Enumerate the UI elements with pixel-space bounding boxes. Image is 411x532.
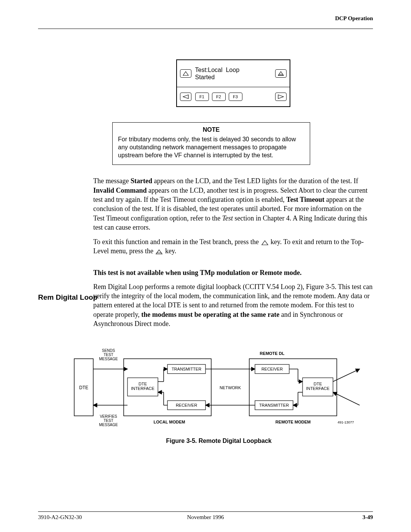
svg-text:TRANSMITTER: TRANSMITTER: [172, 367, 201, 371]
left-icon: [180, 93, 191, 101]
note-title: NOTE: [118, 126, 304, 133]
svg-text:REMOTE DL: REMOTE DL: [260, 351, 285, 356]
svg-text:REMOTE MODEM: REMOTE MODEM: [276, 420, 311, 424]
section-heading-rem-digital-loop: Rem Digital Loop: [38, 293, 97, 302]
home-key-icon: [156, 249, 162, 254]
svg-text:TRANSMITTER: TRANSMITTER: [259, 403, 289, 407]
figure-caption: Figure 3-5. Remote Digital Loopback: [70, 438, 367, 444]
svg-marker-4: [183, 95, 188, 99]
availability-note: This test is not available when using TM…: [93, 269, 373, 277]
f3-key: F3: [229, 93, 242, 101]
svg-text:DTEINTERFACE: DTEINTERFACE: [131, 382, 155, 391]
footer-date: November 1996: [38, 514, 373, 521]
svg-text:491-13077: 491-13077: [338, 420, 354, 424]
function-keys: F1 F2 F3: [195, 93, 271, 101]
svg-marker-7: [156, 250, 162, 254]
svg-marker-1: [278, 72, 284, 75]
note-body: For tributary modems only, the test is d…: [118, 136, 304, 159]
svg-marker-0: [183, 72, 188, 75]
dte-label: DTE: [79, 385, 88, 390]
svg-text:NETWORK: NETWORK: [220, 385, 241, 390]
page-header: DCP Operation: [38, 15, 373, 29]
svg-marker-5: [278, 95, 284, 99]
up-key-icon: [261, 240, 268, 245]
lcd-panel: Test:Local Loop Started F1 F2 F3: [176, 59, 290, 107]
paragraph-rem-digital: Rem Digital Loop performs a remote digit…: [93, 282, 373, 328]
page-footer: 3910-A2-GN32-30 November 1996 3-49: [38, 511, 373, 521]
lcd-display: Test:Local Loop Started: [195, 66, 271, 81]
paragraph-exit: To exit this function and remain in the …: [93, 237, 373, 256]
f2-key: F2: [212, 93, 226, 101]
svg-text:RECEIVER: RECEIVER: [176, 403, 197, 407]
svg-text:VERIFIESTESTMESSAGE: VERIFIESTESTMESSAGE: [99, 414, 118, 427]
svg-text:DTEINTERFACE: DTEINTERFACE: [306, 382, 330, 391]
header-section: DCP Operation: [38, 15, 373, 22]
paragraph-started: The message Started appears on the LCD, …: [93, 176, 373, 232]
svg-text:SENDSTESTMESSAGE: SENDSTESTMESSAGE: [99, 348, 118, 361]
loopback-diagram: DTE DTEINTERFACE TRANSMITTER RECEIVER LO…: [70, 343, 367, 444]
home-icon: [275, 69, 287, 78]
up-icon: [180, 69, 191, 78]
note-box: NOTE For tributary modems only, the test…: [112, 122, 310, 165]
svg-text:LOCAL MODEM: LOCAL MODEM: [154, 420, 185, 424]
svg-text:RECEIVER: RECEIVER: [261, 367, 283, 371]
right-icon: [275, 93, 287, 101]
f1-key: F1: [195, 93, 209, 101]
svg-marker-6: [262, 241, 268, 245]
